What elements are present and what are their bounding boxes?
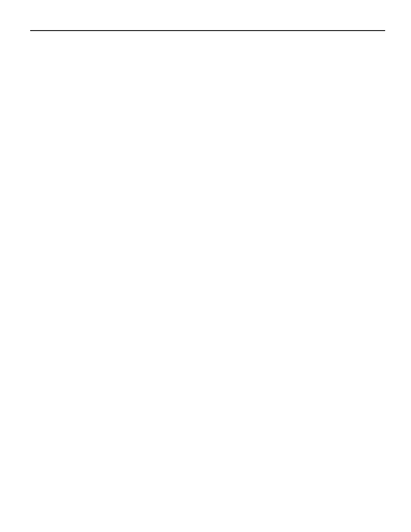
page-rule-top [30,30,385,31]
